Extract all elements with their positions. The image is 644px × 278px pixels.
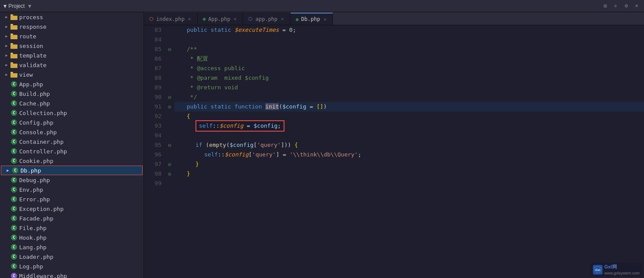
sidebar-item-response[interactable]: ▶ response <box>0 22 144 31</box>
file-c-icon: C <box>10 234 17 241</box>
sidebar-label-cookie-php: Cookie.php <box>19 158 53 164</box>
gutter-85[interactable]: ⊖ <box>165 44 175 54</box>
sidebar-label-build-php: Build.php <box>19 91 50 97</box>
watermark-shield: Gxl <box>593 265 603 275</box>
tab-index-php[interactable]: ⬡ index.php ✕ <box>144 13 198 25</box>
gutter-83 <box>165 25 175 35</box>
sidebar-label-route: route <box>19 33 36 40</box>
line-num-89: 89 <box>144 83 161 92</box>
file-c-icon: C <box>10 119 17 125</box>
tab-app-php-close[interactable]: ✕ <box>233 16 238 22</box>
folder-icon <box>10 43 17 49</box>
sidebar-item-config-php[interactable]: ▶ C Config.php <box>0 118 144 127</box>
sidebar-item-env-php[interactable]: ▶ C Env.php <box>0 185 144 194</box>
sidebar-item-hook-php[interactable]: ▶ C Hook.php <box>0 233 144 242</box>
gutter-84 <box>165 35 175 44</box>
sidebar-item-app-php[interactable]: ▶ C App.php <box>0 79 144 89</box>
folder-icon <box>10 24 17 30</box>
tab-appconfig-php[interactable]: ⬡ app.php ✕ <box>243 13 290 25</box>
line-num-92: 92 <box>144 112 161 121</box>
sidebar-item-debug-php[interactable]: ▶ C Debug.php <box>0 175 144 185</box>
tab-appconfig-php-close[interactable]: ✕ <box>280 16 285 22</box>
code-line-96: self::$config['query'] = '\\think\\db\\Q… <box>175 150 644 159</box>
svg-rect-4 <box>10 24 13 25</box>
sidebar-item-exception-php[interactable]: ▶ C Exception.php <box>0 204 144 214</box>
sidebar-label-error-php: Error.php <box>19 196 50 203</box>
file-c-icon: C <box>10 196 17 202</box>
sidebar-item-lang-php[interactable]: ▶ C Lang.php <box>0 242 144 252</box>
sidebar-item-controller-php[interactable]: ▶ C Controller.php <box>0 146 144 156</box>
svg-rect-5 <box>10 35 17 39</box>
tab-app-php-label: App.php <box>208 16 230 22</box>
tab-index-php-label: index.php <box>156 16 185 22</box>
arrow-icon: ▶ <box>3 71 10 78</box>
sidebar-item-error-php[interactable]: ▶ C Error.php <box>0 194 144 204</box>
sidebar-item-db-php[interactable]: ▶ C Db.php <box>1 166 143 175</box>
db-file-icon: ● <box>296 17 299 22</box>
sidebar-item-container-php[interactable]: ▶ C Container.php <box>0 137 144 146</box>
sidebar-item-console-php[interactable]: ▶ C Console.php <box>0 127 144 137</box>
code-line-85: /** <box>175 44 644 54</box>
tab-appconfig-php-label: app.php <box>255 16 277 22</box>
sidebar-item-build-php[interactable]: ▶ C Build.php <box>0 89 144 98</box>
sidebar-item-file-php[interactable]: ▶ C File.php <box>0 223 144 233</box>
sidebar-item-view[interactable]: ▶ view <box>0 70 144 79</box>
gutter-97[interactable]: ⊖ <box>165 159 175 169</box>
code-line-97: } <box>175 159 644 169</box>
gutter-94 <box>165 131 175 140</box>
svg-rect-14 <box>10 72 13 73</box>
gutter-95[interactable]: ⊖ <box>165 140 175 150</box>
svg-rect-8 <box>10 43 13 44</box>
sidebar-item-middleware-php[interactable]: ▶ C Middleware.php <box>0 271 144 278</box>
tab-db-php-close[interactable]: ✕ <box>323 16 328 23</box>
line-num-94: 94 <box>144 131 161 140</box>
sidebar-label-env-php: Env.php <box>19 186 43 193</box>
close-icon-btn[interactable]: ✕ <box>633 2 641 10</box>
sidebar-item-facade-php[interactable]: ▶ C Facade.php <box>0 214 144 223</box>
sidebar-item-template[interactable]: ▶ template <box>0 51 144 60</box>
sidebar-item-cache-php[interactable]: ▶ C Cache.php <box>0 98 144 108</box>
sidebar[interactable]: ▶ process ▶ response ▶ route ▶ sessi <box>0 12 144 278</box>
file-c-icon: C <box>10 158 17 164</box>
svg-text:Gxl: Gxl <box>595 268 600 271</box>
sidebar-label-middleware-php: Middleware.php <box>19 273 67 278</box>
code-content[interactable]: public static $executeTimes = 0; /** * 配… <box>175 25 644 278</box>
sidebar-item-loader-php[interactable]: ▶ C Loader.php <box>0 252 144 261</box>
arrow-icon: ▶ <box>3 33 10 39</box>
gutter-91[interactable]: ⊖ <box>165 102 175 112</box>
code-lines: public static $executeTimes = 0; /** * 配… <box>175 25 644 188</box>
gutter-98[interactable]: ⊖ <box>165 169 175 179</box>
sidebar-label-app-php: App.php <box>19 81 43 88</box>
tab-index-php-close[interactable]: ✕ <box>187 16 192 22</box>
tabs-bar: ⬡ index.php ✕ ● App.php ✕ ⬡ app.php ✕ ● … <box>144 12 644 25</box>
list-icon-btn[interactable]: ≡ <box>612 2 620 10</box>
code-line-94 <box>175 131 644 140</box>
svg-rect-6 <box>10 34 13 35</box>
tab-db-php[interactable]: ● Db.php ✕ <box>291 13 333 25</box>
sidebar-item-route[interactable]: ▶ route <box>0 31 144 41</box>
code-line-89: * @return void <box>175 83 644 92</box>
sidebar-item-validate[interactable]: ▶ validate <box>0 60 144 70</box>
sidebar-item-cookie-php[interactable]: ▶ C Cookie.php <box>0 156 144 166</box>
sidebar-item-collection-php[interactable]: ▶ C Collection.php <box>0 108 144 118</box>
sidebar-label-response: response <box>19 24 47 30</box>
line-num-87: 87 <box>144 64 161 73</box>
file-c-icon: C <box>10 91 17 97</box>
gutter-90[interactable]: ⊖ <box>165 92 175 102</box>
file-c-icon: C <box>10 254 17 260</box>
sidebar-label-debug-php: Debug.php <box>19 177 50 183</box>
line-num-93: 93 <box>144 121 161 131</box>
title-bar: ▼ Project ▼ ⊞ ≡ ⚙ ✕ <box>0 0 644 12</box>
sidebar-item-log-php[interactable]: ▶ C Log.php <box>0 261 144 271</box>
sidebar-item-session[interactable]: ▶ session <box>0 41 144 51</box>
code-line-92: { <box>175 112 644 121</box>
index-file-icon: ⬡ <box>149 16 154 22</box>
sidebar-item-process[interactable]: ▶ process <box>0 12 144 22</box>
tab-app-php[interactable]: ● App.php ✕ <box>198 13 243 25</box>
settings-icon-btn[interactable]: ⚙ <box>622 2 630 10</box>
sidebar-label-exception-php: Exception.php <box>19 206 64 212</box>
gutter-88 <box>165 73 175 83</box>
grid-icon-btn[interactable]: ⊞ <box>601 2 609 10</box>
appconfig-file-icon: ⬡ <box>248 16 253 22</box>
line-num-98: 98 <box>144 169 161 179</box>
